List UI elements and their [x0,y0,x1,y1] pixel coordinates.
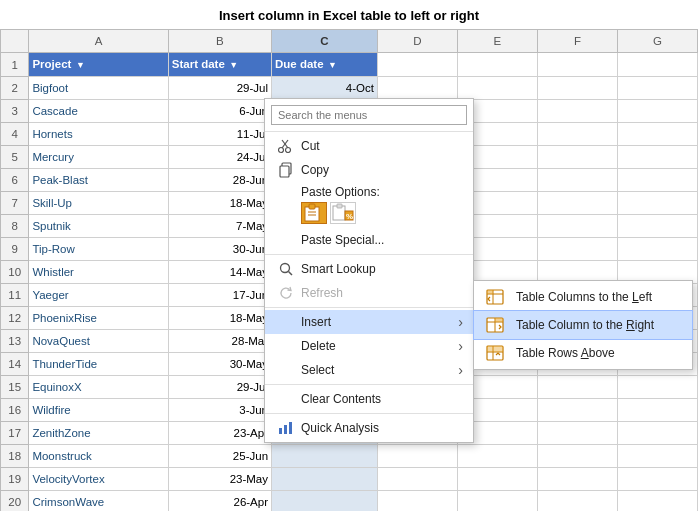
cell-project[interactable]: VelocityVortex [29,468,168,491]
menu-item-clear-contents-label: Clear Contents [301,392,381,406]
cell-start-date[interactable]: 7-May [168,215,271,238]
sub-menu-item-col-left[interactable]: Table Columns to the Left [474,283,692,311]
cell-project[interactable]: Moonstruck [29,445,168,468]
cell-due-date[interactable] [272,445,378,468]
context-menu: Cut Copy Paste Options: [264,98,474,443]
cell-start-date[interactable]: 30-May [168,353,271,376]
row-number: 20 [1,491,29,512]
paste-icon-1[interactable] [301,202,327,224]
col-header-d[interactable]: D [377,30,457,53]
cell-project[interactable]: EquinoxX [29,376,168,399]
svg-rect-30 [487,346,503,352]
svg-rect-18 [289,422,292,434]
empty-cell [377,468,457,491]
quick-analysis-icon [275,420,297,436]
cell-start-date[interactable]: 11-Jul [168,123,271,146]
cell-project[interactable]: NovaQuest [29,330,168,353]
cell-start-date[interactable]: 23-May [168,468,271,491]
empty-cell [377,491,457,512]
cell-project[interactable]: Skill-Up [29,192,168,215]
cell-start-date[interactable]: 29-Jul [168,376,271,399]
menu-item-cut[interactable]: Cut [265,134,473,158]
cell-due-date[interactable] [272,491,378,512]
menu-item-delete-label: Delete [301,339,336,353]
header-cell-c[interactable]: Due date ▼ [272,53,378,77]
cell-start-date[interactable]: 18-May [168,307,271,330]
paste-icon-2[interactable]: % [330,202,356,224]
sheet-row: 19VelocityVortex23-May [1,468,698,491]
col-header-c[interactable]: C [272,30,378,53]
sub-menu-item-col-left-label: Table Columns to the Left [516,290,652,304]
svg-point-3 [286,148,291,153]
col-header-f[interactable]: F [537,30,617,53]
cell-start-date[interactable]: 3-Jun [168,399,271,422]
cell-project[interactable]: ZenithZone [29,422,168,445]
cell-due-date[interactable]: 4-Oct [272,77,378,100]
row-number: 15 [1,376,29,399]
empty-cell [537,445,617,468]
empty-cell [537,53,617,77]
cell-project[interactable]: Sputnik [29,215,168,238]
cell-project[interactable]: PhoenixRise [29,307,168,330]
cell-project[interactable]: Yaeger [29,284,168,307]
cell-project[interactable]: ThunderTide [29,353,168,376]
cell-start-date[interactable]: 23-Apr [168,422,271,445]
cell-project[interactable]: Peak-Blast [29,169,168,192]
cell-project[interactable]: Tip-Row [29,238,168,261]
cell-due-date[interactable] [272,468,378,491]
col-header-a[interactable]: A [29,30,168,53]
cell-project[interactable]: Bigfoot [29,77,168,100]
sub-menu-item-col-right-label: Table Column to the Right [516,318,654,332]
empty-cell [617,146,697,169]
header-cell-a[interactable]: Project ▼ [29,53,168,77]
cell-project[interactable]: Wildfire [29,399,168,422]
menu-item-copy[interactable]: Copy [265,158,473,182]
cell-project[interactable]: CrimsonWave [29,491,168,512]
menu-item-delete[interactable]: Delete [265,334,473,358]
cell-project[interactable]: Hornets [29,123,168,146]
col-header-b[interactable]: B [168,30,271,53]
row-number: 8 [1,215,29,238]
cell-start-date[interactable]: 29-Jul [168,77,271,100]
menu-item-paste-special[interactable]: Paste Special... [265,228,473,252]
sub-menu-item-col-right[interactable]: Table Column to the Right [474,311,692,339]
page-title: Insert column in Excel table to left or … [0,0,698,29]
empty-cell [617,376,697,399]
cell-start-date[interactable]: 14-May [168,261,271,284]
col-header-e[interactable]: E [457,30,537,53]
header-cell-b[interactable]: Start date ▼ [168,53,271,77]
cut-icon [275,138,297,154]
cell-project[interactable]: Whistler [29,261,168,284]
menu-item-clear-contents[interactable]: Clear Contents [265,387,473,411]
empty-cell [617,422,697,445]
cell-start-date[interactable]: 6-Jun [168,100,271,123]
cell-start-date[interactable]: 28-Jun [168,169,271,192]
cell-start-date[interactable]: 26-Apr [168,491,271,512]
row-number: 2 [1,77,29,100]
col-header-g[interactable]: G [617,30,697,53]
cell-start-date[interactable]: 18-May [168,192,271,215]
menu-item-smart-lookup[interactable]: Smart Lookup [265,257,473,281]
menu-item-insert[interactable]: Insert [265,310,473,334]
table-col-right-icon [482,314,510,336]
empty-cell [457,53,537,77]
cell-start-date[interactable]: 30-Jun [168,238,271,261]
menu-item-cut-label: Cut [301,139,320,153]
menu-item-quick-analysis[interactable]: Quick Analysis [265,416,473,440]
search-input[interactable] [271,105,467,125]
menu-item-select[interactable]: Select [265,358,473,382]
cell-start-date[interactable]: 28-Mar [168,330,271,353]
empty-cell [537,215,617,238]
row-number: 12 [1,307,29,330]
empty-cell [537,491,617,512]
cell-start-date[interactable]: 17-Jun [168,284,271,307]
svg-rect-17 [284,425,287,434]
cell-project[interactable]: Mercury [29,146,168,169]
cell-start-date[interactable]: 24-Jul [168,146,271,169]
cell-project[interactable]: Cascade [29,100,168,123]
column-header-row: A B C D E F G [1,30,698,53]
empty-cell [537,77,617,100]
search-box-wrapper[interactable] [265,101,473,129]
cell-start-date[interactable]: 25-Jun [168,445,271,468]
sub-menu-item-rows-above[interactable]: Table Rows Above [474,339,692,367]
